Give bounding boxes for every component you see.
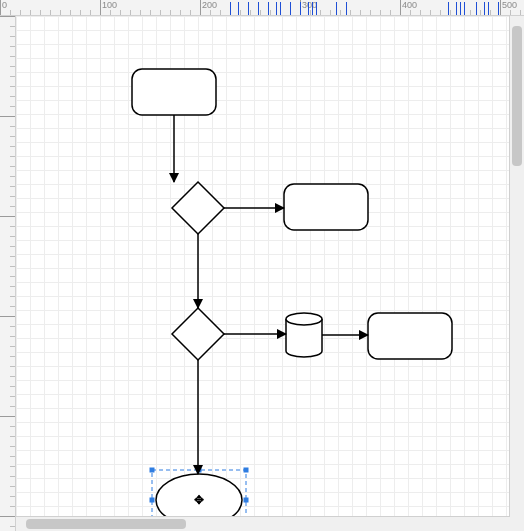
selection-handle[interactable] [244,468,249,473]
ruler-label: 400 [402,0,417,10]
selection-handle[interactable] [150,498,155,503]
move-icon: ✥ [194,493,204,507]
ruler-label: 200 [202,0,217,10]
ruler-vertical[interactable] [0,16,16,531]
scrollbar-vertical[interactable] [509,16,524,531]
ruler-horizontal[interactable]: 0100200300400500 [0,0,524,16]
selection-handle[interactable] [150,468,155,473]
selection-handle[interactable] [244,498,249,503]
process-shape[interactable] [368,313,452,359]
decision-shape[interactable] [172,308,224,360]
decision-shape[interactable] [172,182,224,234]
svg-point-0 [286,313,322,325]
scrollbar-thumb[interactable] [512,26,522,166]
scrollbar-horizontal[interactable] [16,516,510,531]
ruler-label: 300 [302,0,317,10]
ruler-label: 100 [102,0,117,10]
database-shape[interactable] [286,313,322,357]
process-shape[interactable] [284,184,368,230]
ruler-label: 500 [502,0,517,10]
ruler-label: 0 [2,0,7,10]
diagram-canvas[interactable]: ✥ [16,16,524,531]
process-shape[interactable] [132,69,216,115]
scrollbar-thumb[interactable] [26,519,186,529]
